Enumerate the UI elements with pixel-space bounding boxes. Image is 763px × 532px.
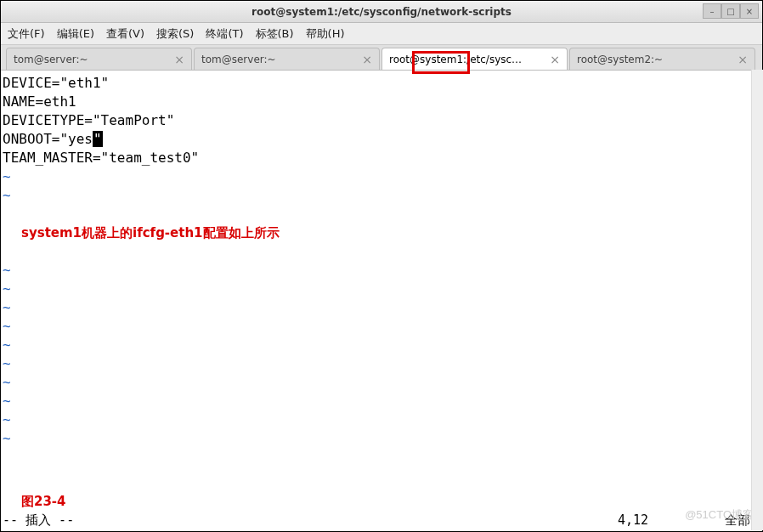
titlebar: root@system1:/etc/sysconfig/network-scri…	[1, 1, 762, 23]
blank-line	[3, 242, 760, 261]
menu-edit[interactable]: 编辑(E)	[57, 26, 94, 42]
vim-tilde: ~	[3, 186, 760, 205]
close-icon[interactable]: ×	[174, 54, 184, 65]
close-icon[interactable]: ×	[738, 54, 748, 65]
menu-file[interactable]: 文件(F)	[8, 26, 45, 42]
vim-tilde: ~	[3, 317, 760, 336]
menubar: 文件(F) 编辑(E) 查看(V) 搜索(S) 终端(T) 标签(B) 帮助(H…	[1, 23, 762, 45]
tabbar: tom@server:~ × tom@server:~ × root@syste…	[1, 45, 762, 71]
tab-label: tom@server:~	[14, 54, 169, 65]
editor-line: TEAM_MASTER="team_test0"	[3, 149, 760, 167]
tab-label: root@system1:/etc/sysc…	[389, 54, 545, 65]
vim-tilde: ~	[3, 167, 760, 186]
vim-position: 4,12	[618, 511, 648, 529]
figure-label: 图23-4	[21, 492, 66, 511]
vim-tilde: ~	[3, 354, 760, 373]
editor-line: NAME=eth1	[3, 93, 760, 111]
close-button[interactable]: ×	[740, 3, 759, 19]
vim-tilde: ~	[3, 261, 760, 280]
cursor: "	[93, 131, 103, 147]
close-icon[interactable]: ×	[362, 54, 372, 65]
vim-tilde: ~	[3, 373, 760, 392]
vim-tilde: ~	[3, 410, 760, 429]
vim-tilde: ~	[3, 392, 760, 410]
menu-view[interactable]: 查看(V)	[106, 26, 144, 42]
editor-line: DEVICETYPE="TeamPort"	[3, 111, 760, 130]
annotation-text: system1机器上的ifcfg-eth1配置如上所示	[21, 224, 760, 242]
tab-4[interactable]: root@system2:~ ×	[569, 48, 755, 70]
vim-mode: -- 插入 --	[3, 511, 74, 529]
scrollbar[interactable]	[751, 70, 763, 530]
vim-tilde: ~	[3, 280, 760, 298]
blank-line	[3, 205, 760, 224]
tab-label: tom@server:~	[201, 54, 357, 65]
menu-tabs[interactable]: 标签(B)	[256, 26, 294, 42]
tab-2[interactable]: tom@server:~ ×	[194, 48, 380, 70]
minimize-button[interactable]: –	[703, 3, 721, 19]
terminal[interactable]: DEVICE="eth1" NAME=eth1 DEVICETYPE="Team…	[1, 71, 762, 531]
menu-help[interactable]: 帮助(H)	[306, 26, 345, 42]
editor-line: DEVICE="eth1"	[3, 74, 760, 93]
tab-3-active[interactable]: root@system1:/etc/sysc… ×	[382, 48, 568, 70]
vim-tilde: ~	[3, 429, 760, 448]
window-controls: – □ ×	[703, 3, 759, 19]
window-title: root@system1:/etc/sysconfig/network-scri…	[252, 6, 511, 18]
tab-1[interactable]: tom@server:~ ×	[6, 48, 192, 70]
vim-tilde: ~	[3, 298, 760, 317]
watermark: @51CTO博客	[685, 506, 754, 524]
maximize-button[interactable]: □	[721, 3, 740, 19]
tab-label: root@system2:~	[577, 54, 732, 65]
menu-terminal[interactable]: 终端(T)	[206, 26, 243, 42]
close-icon[interactable]: ×	[550, 54, 560, 65]
menu-search[interactable]: 搜索(S)	[156, 26, 194, 42]
vim-tilde: ~	[3, 336, 760, 354]
editor-line-cursor: ONBOOT="yes"	[3, 130, 760, 149]
vim-status-line: -- 插入 -- 4,12 全部	[3, 511, 760, 529]
